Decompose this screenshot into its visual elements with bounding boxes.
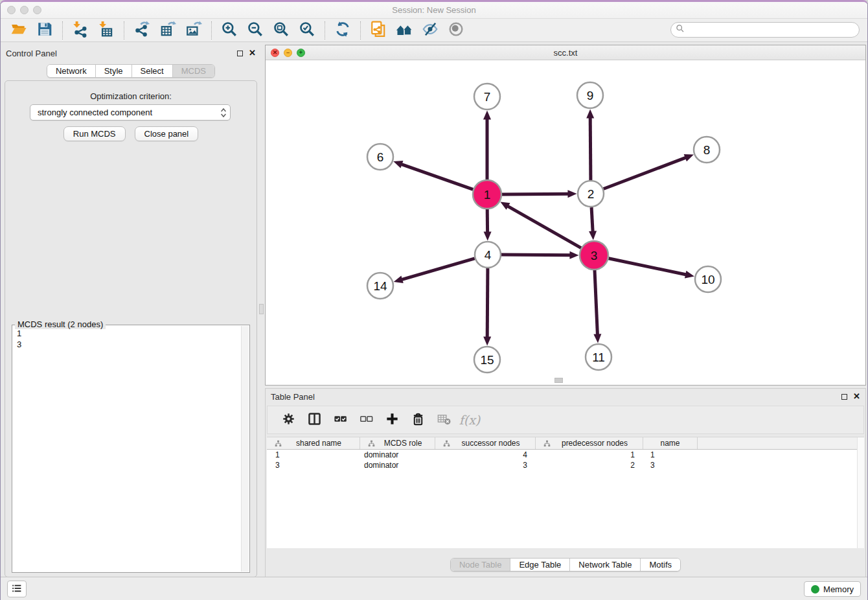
- node-6[interactable]: 6: [367, 144, 393, 170]
- node-3[interactable]: 3: [580, 241, 608, 270]
- delete-table-icon: [437, 411, 451, 428]
- tab-mcds[interactable]: MCDS: [173, 65, 214, 77]
- search-box[interactable]: [670, 22, 860, 38]
- node-label: 11: [592, 351, 605, 364]
- table-row[interactable]: 1dominator411: [267, 450, 864, 460]
- cell-shared-name[interactable]: 3: [267, 460, 360, 470]
- export-table-icon: [159, 21, 176, 40]
- splitter-handle[interactable]: [259, 304, 264, 314]
- zoom-out-button[interactable]: [242, 20, 268, 41]
- close-panel-icon[interactable]: ✕: [249, 50, 256, 56]
- folder-open-icon: [10, 21, 27, 40]
- table-row[interactable]: 3dominator323: [267, 460, 864, 470]
- cell-predecessor-nodes[interactable]: 1: [536, 450, 643, 460]
- export-table-button[interactable]: [155, 20, 181, 41]
- result-scrollbar[interactable]: [241, 326, 249, 571]
- tab-network-table[interactable]: Network Table: [570, 559, 641, 571]
- memory-button[interactable]: Memory: [804, 581, 861, 597]
- edge-1-6[interactable]: [402, 165, 473, 190]
- tab-style[interactable]: Style: [96, 65, 132, 77]
- hide-panels-button[interactable]: [417, 20, 443, 41]
- edge-3-11[interactable]: [595, 270, 597, 334]
- edge-2-8[interactable]: [604, 157, 686, 189]
- gear-icon: [281, 411, 296, 428]
- add-column-button[interactable]: [380, 408, 404, 432]
- table-settings-button[interactable]: [277, 408, 300, 432]
- zoom-selected-button[interactable]: [294, 20, 320, 41]
- tab-select[interactable]: Select: [132, 65, 173, 77]
- tree-icon: [439, 440, 446, 447]
- tab-node-table[interactable]: Node Table: [451, 559, 511, 571]
- cell-name[interactable]: 1: [643, 450, 698, 460]
- home-icon: [396, 21, 413, 40]
- node-14[interactable]: 14: [367, 273, 393, 299]
- edge-3-1[interactable]: [508, 206, 581, 248]
- table-scrollbar[interactable]: [857, 437, 864, 548]
- vertical-splitter[interactable]: [258, 42, 265, 577]
- deselect-all-rows-button[interactable]: [354, 408, 378, 432]
- refresh-layout-button[interactable]: [330, 20, 356, 41]
- optimization-criterion-dropdown[interactable]: strongly connected component: [30, 104, 231, 121]
- tab-motifs[interactable]: Motifs: [641, 559, 680, 571]
- cell-mcds-role[interactable]: dominator: [360, 450, 435, 460]
- cell-shared-name[interactable]: 1: [267, 450, 360, 460]
- task-history-button[interactable]: [7, 581, 27, 597]
- node-11[interactable]: 11: [586, 344, 611, 370]
- float-table-panel-icon[interactable]: [841, 394, 847, 400]
- open-session-button[interactable]: [6, 20, 32, 41]
- cell-predecessor-nodes[interactable]: 2: [536, 460, 643, 470]
- network-canvas[interactable]: 7968124314101511: [266, 60, 865, 385]
- show-columns-button[interactable]: [303, 408, 326, 432]
- edge-3-10[interactable]: [609, 259, 686, 275]
- run-mcds-button[interactable]: Run MCDS: [63, 126, 126, 141]
- node-8[interactable]: 8: [694, 137, 720, 163]
- save-session-button[interactable]: [32, 20, 58, 41]
- export-image-button[interactable]: [181, 20, 207, 41]
- export-network-button[interactable]: [129, 20, 155, 41]
- network-window-titlebar: ✕ – + scc.txt: [266, 45, 865, 60]
- clone-network-button[interactable]: [365, 20, 391, 41]
- app-window: Session: New Session Control Panel ✕ Net…: [0, 0, 868, 600]
- column-header-successor-nodes[interactable]: successor nodes: [435, 437, 536, 449]
- node-15[interactable]: 15: [474, 347, 500, 373]
- select-all-rows-button[interactable]: [328, 408, 352, 432]
- column-header-shared-name[interactable]: shared name: [267, 437, 360, 449]
- column-header-predecessor-nodes[interactable]: predecessor nodes: [536, 437, 643, 449]
- tab-network[interactable]: Network: [47, 65, 96, 77]
- column-header-mcds-role[interactable]: MCDS role: [360, 437, 435, 449]
- search-input[interactable]: [685, 25, 859, 34]
- node-9[interactable]: 9: [577, 82, 603, 108]
- import-table-button[interactable]: [93, 20, 119, 41]
- cell-name[interactable]: 3: [643, 460, 698, 470]
- node-2[interactable]: 2: [578, 181, 604, 207]
- delete-column-button[interactable]: [406, 408, 429, 432]
- table-header-row: shared nameMCDS rolesuccessor nodesprede…: [267, 437, 864, 450]
- close-table-panel-icon[interactable]: ✕: [853, 393, 860, 400]
- node-4[interactable]: 4: [475, 242, 501, 268]
- node-1[interactable]: 1: [473, 180, 501, 209]
- close-panel-button[interactable]: Close panel: [135, 126, 199, 141]
- edge-4-15[interactable]: [487, 268, 488, 337]
- import-network-button[interactable]: [67, 20, 93, 41]
- column-label: name: [643, 439, 697, 448]
- toolbar-separator: [360, 21, 361, 40]
- node-10[interactable]: 10: [695, 266, 721, 292]
- canvas-splitter-handle[interactable]: [554, 378, 563, 383]
- edge-1-2[interactable]: [502, 194, 568, 194]
- zoom-fit-button[interactable]: [268, 20, 294, 41]
- home-button[interactable]: [391, 20, 417, 41]
- edge-4-14[interactable]: [402, 259, 475, 280]
- cell-mcds-role[interactable]: dominator: [360, 460, 435, 470]
- cell-successor-nodes[interactable]: 3: [435, 460, 536, 470]
- edge-2-3[interactable]: [591, 207, 593, 231]
- column-header-name[interactable]: name: [643, 437, 698, 449]
- zoom-in-button[interactable]: [216, 20, 242, 41]
- cell-successor-nodes[interactable]: 4: [435, 450, 536, 460]
- node-7[interactable]: 7: [474, 84, 500, 110]
- app-titlebar: Session: New Session: [1, 2, 867, 19]
- tab-edge-table[interactable]: Edge Table: [510, 559, 570, 571]
- float-panel-icon[interactable]: [237, 51, 243, 56]
- column-label: MCDS role: [371, 439, 435, 448]
- edge-4-3[interactable]: [501, 255, 570, 255]
- edge-2-9[interactable]: [590, 118, 591, 180]
